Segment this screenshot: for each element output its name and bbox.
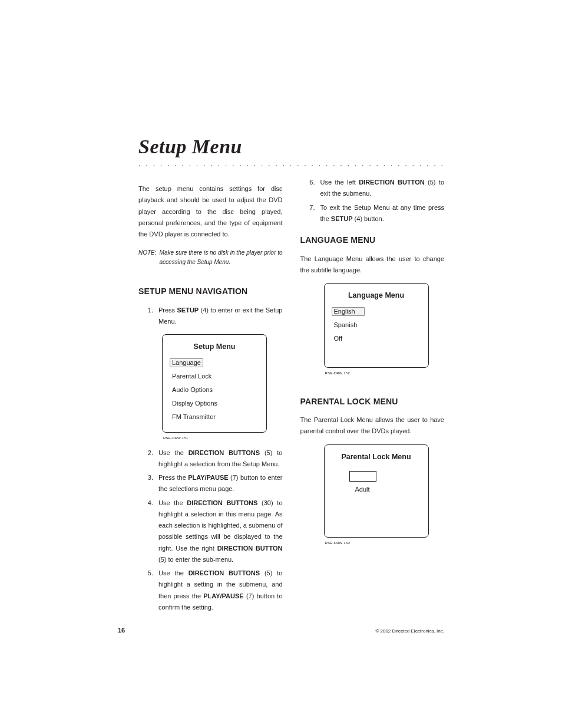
steps-list-right: Use the left DIRECTION BUTTON (5) to exi… [300,177,445,225]
setup-menu-list: Language Parental Lock Audio Options Dis… [170,358,259,423]
intro-paragraph: The setup menu contains settings for dis… [138,183,283,240]
left-column: The setup menu contains settings for dis… [138,177,283,615]
setup-menu-figure: Setup Menu Language Parental Lock Audio … [162,334,283,441]
lang-item-spanish: Spanish [332,321,365,330]
manual-page: Setup Menu . . . . . . . . . . . . . . .… [0,0,562,728]
step-6: Use the left DIRECTION BUTTON (5) to exi… [317,177,445,200]
step-5: Use the DIRECTION BUTTONS (5) to highlig… [155,568,283,613]
step-4: Use the DIRECTION BUTTONS (30) to highli… [155,498,283,566]
steps-list-left-cont: Use the DIRECTION BUTTONS (5) to highlig… [138,447,283,614]
lang-item-off: Off [332,334,365,343]
step-1: Press SETUP (4) to enter or exit the Set… [155,305,283,328]
parental-heading: PARENTAL LOCK MENU [300,394,445,409]
lang-item-english: English [332,307,365,316]
setup-menu-box: Setup Menu Language Parental Lock Audio … [162,334,267,433]
parental-input-box [349,471,376,482]
parental-menu-title: Parental Lock Menu [332,451,421,464]
language-menu-box: Language Menu English Spanish Off [324,283,429,368]
parental-intro: The Parental Lock Menu allows the user t… [300,414,445,437]
step-7: To exit the Setup Menu at any time press… [317,202,445,225]
steps-list-left: Press SETUP (4) to enter or exit the Set… [138,305,283,328]
nav-heading: SETUP MENU NAVIGATION [138,284,283,299]
language-heading: LANGUAGE MENU [300,233,445,248]
parental-label: Adult [355,484,370,495]
setup-item-audio: Audio Options [170,386,215,394]
setup-item-language: Language [170,358,203,367]
setup-menu-caption: RSE-DRW 151 [163,435,283,442]
setup-item-fm: FM Transmitter [170,413,218,421]
parental-menu-box: Parental Lock Menu Adult [324,444,429,538]
parental-menu-caption: RSE-DRW 153 [325,540,445,546]
language-menu-figure: Language Menu English Spanish Off RSE-DR… [324,283,445,377]
setup-item-display: Display Options [170,399,220,408]
language-intro: The Language Menu allows the user to cha… [300,253,445,276]
language-menu-caption: RSE-DRW 152 [325,370,445,377]
title-dots: . . . . . . . . . . . . . . . . . . . . … [138,159,444,166]
copyright: © 2002 Directed Electronics, Inc. [375,628,444,634]
page-footer: 16 © 2002 Directed Electronics, Inc. [118,627,444,634]
step-2: Use the DIRECTION BUTTONS (5) to highlig… [155,447,283,470]
note-label: NOTE: [138,248,157,266]
language-menu-list: English Spanish Off [332,307,421,345]
parental-menu-figure: Parental Lock Menu Adult RSE-DRW 153 [324,444,445,546]
language-menu-title: Language Menu [332,289,421,302]
two-column-layout: The setup menu contains settings for dis… [138,177,444,615]
setup-menu-title: Setup Menu [170,341,259,354]
note-block: NOTE: Make sure there is no disk in the … [138,248,283,266]
page-number: 16 [118,627,125,634]
step-3: Press the PLAY/PAUSE (7) button to enter… [155,472,283,495]
page-title: Setup Menu [138,136,444,158]
setup-item-parental: Parental Lock [170,372,214,381]
right-column: Use the left DIRECTION BUTTON (5) to exi… [300,177,445,615]
note-text: Make sure there is no disk in the player… [160,248,283,266]
